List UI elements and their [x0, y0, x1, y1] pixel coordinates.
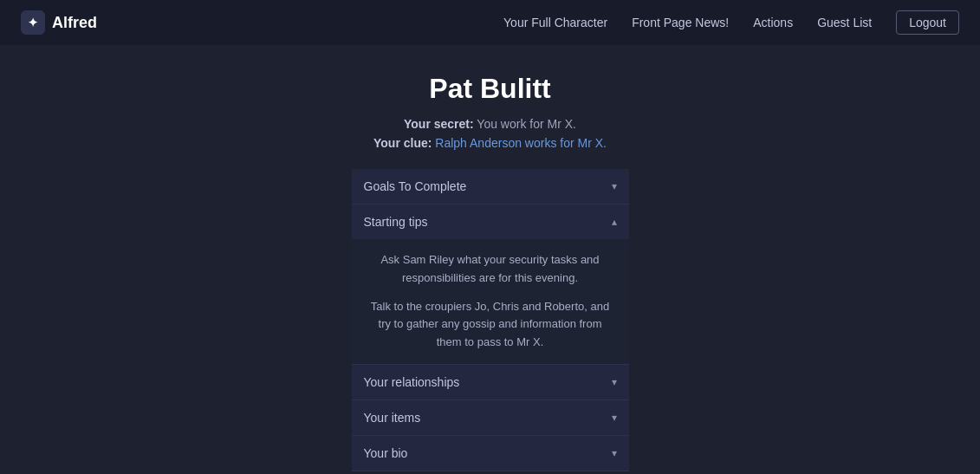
logo-icon: ✦: [21, 10, 45, 35]
secret-label: Your secret:: [404, 117, 474, 131]
navbar: ✦ Alfred Your Full Character Front Page …: [0, 0, 980, 45]
nav-link-full-character[interactable]: Your Full Character: [503, 16, 607, 29]
accordion-items-header[interactable]: Your items ▾: [352, 400, 629, 435]
nav-link-front-page-news[interactable]: Front Page News!: [632, 16, 729, 29]
nav-link-actions[interactable]: Actions: [753, 16, 793, 29]
accordion-starting-tips-header[interactable]: Starting tips ▴: [352, 205, 629, 239]
accordion-goals-label: Goals To Complete: [364, 179, 467, 193]
tip-paragraph-1: Ask Sam Riley what your security tasks a…: [366, 251, 615, 288]
accordion-relationships-header[interactable]: Your relationships ▾: [352, 365, 629, 399]
accordion-starting-tips-label: Starting tips: [364, 215, 428, 229]
accordion-bio-header[interactable]: Your bio ▾: [352, 436, 629, 471]
logo-text: Alfred: [52, 14, 97, 32]
character-name: Pat Bulitt: [429, 73, 550, 105]
accordion-starting-tips: Starting tips ▴ Ask Sam Riley what your …: [352, 205, 629, 365]
accordion-items: Your items ▾: [352, 400, 629, 436]
main-content: Pat Bulitt Your secret: You work for Mr …: [0, 45, 980, 474]
nav-links: Your Full Character Front Page News! Act…: [503, 10, 959, 35]
secret-line: Your secret: You work for Mr X.: [404, 117, 576, 131]
nav-link-guest-list[interactable]: Guest List: [817, 16, 872, 29]
accordion-bio-label: Your bio: [364, 446, 408, 460]
accordion-starting-tips-chevron: ▴: [612, 216, 617, 228]
secret-value: You work for Mr X.: [477, 117, 576, 131]
accordion-goals: Goals To Complete ▾: [352, 169, 629, 205]
accordion-items-label: Your items: [364, 411, 421, 425]
logo: ✦ Alfred: [21, 10, 97, 35]
accordion-starting-tips-body: Ask Sam Riley what your security tasks a…: [352, 239, 629, 364]
logout-button[interactable]: Logout: [896, 10, 959, 35]
accordion-relationships-chevron: ▾: [612, 376, 617, 388]
accordion-goals-chevron: ▾: [612, 180, 617, 192]
accordion-bio-chevron: ▾: [612, 447, 617, 459]
tip-paragraph-2: Talk to the croupiers Jo, Chris and Robe…: [366, 298, 615, 352]
accordion-container: Goals To Complete ▾ Starting tips ▴ Ask …: [352, 169, 629, 471]
clue-line: Your clue: Ralph Anderson works for Mr X…: [373, 136, 607, 150]
accordion-bio: Your bio ▾: [352, 436, 629, 471]
accordion-goals-header[interactable]: Goals To Complete ▾: [352, 169, 629, 204]
accordion-relationships-label: Your relationships: [364, 375, 460, 389]
accordion-relationships: Your relationships ▾: [352, 365, 629, 400]
accordion-items-chevron: ▾: [612, 412, 617, 424]
clue-value: Ralph Anderson works for Mr X.: [435, 136, 607, 150]
clue-label: Your clue:: [373, 136, 432, 150]
